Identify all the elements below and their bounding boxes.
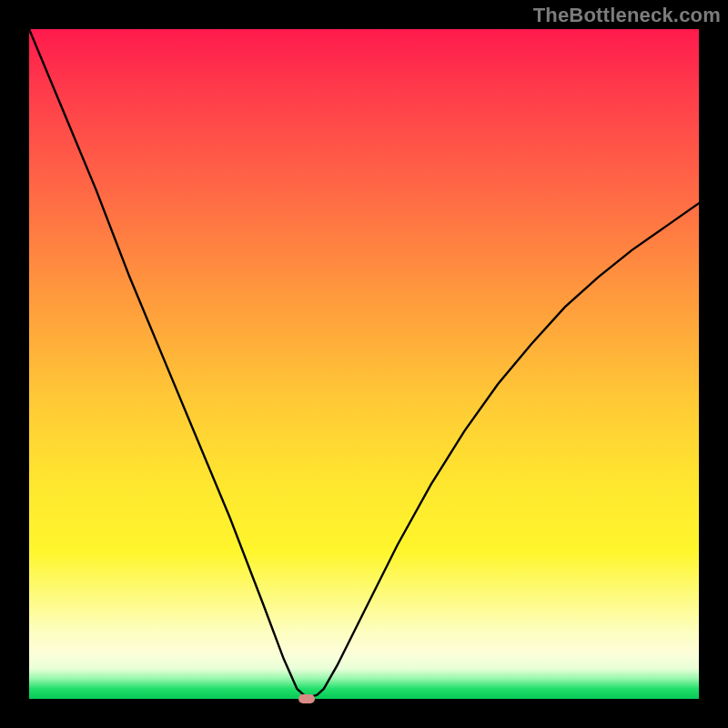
bottleneck-curve (29, 29, 699, 697)
plot-area (29, 29, 699, 699)
curve-svg (29, 29, 699, 699)
watermark-text: TheBottleneck.com (533, 4, 721, 27)
minimum-marker (298, 694, 315, 703)
chart-frame: TheBottleneck.com (0, 0, 728, 728)
